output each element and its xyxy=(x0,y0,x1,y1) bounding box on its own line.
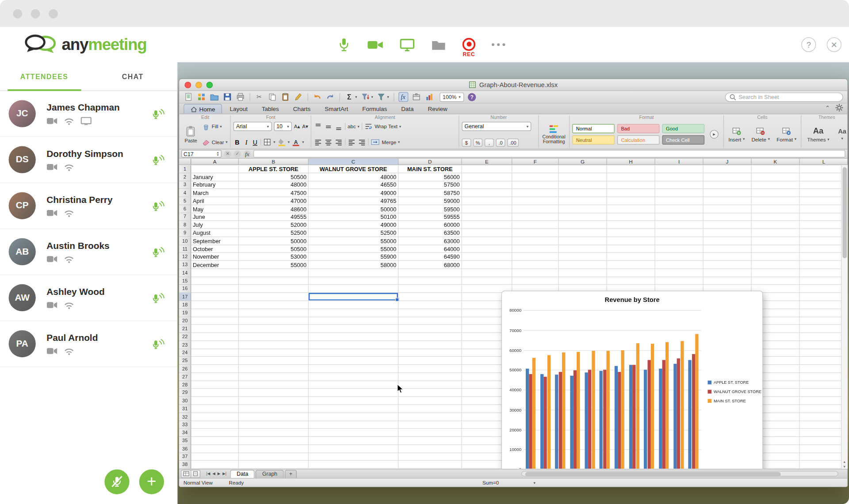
confirm-entry-button[interactable]: ✓ xyxy=(234,150,241,157)
cell-style-neutral[interactable]: Neutral xyxy=(572,135,615,145)
grid-cell[interactable] xyxy=(309,373,398,381)
grid-cell[interactable] xyxy=(191,333,239,341)
grid-cell[interactable] xyxy=(512,205,558,213)
grid-cell[interactable] xyxy=(752,189,800,197)
grid-cell[interactable]: 63000 xyxy=(398,237,462,245)
grid-cell[interactable]: WALNUT GROVE STORE xyxy=(309,165,398,173)
grid-cell[interactable] xyxy=(309,277,398,285)
grid-cell[interactable] xyxy=(309,421,398,429)
grid-cell[interactable] xyxy=(800,397,848,405)
grid-cell[interactable]: April xyxy=(191,197,239,205)
row-header[interactable]: 3 xyxy=(179,181,191,189)
grid-cell[interactable] xyxy=(800,229,848,237)
grid-cell[interactable] xyxy=(607,197,655,205)
number-format-button[interactable]: .0 xyxy=(496,138,505,146)
grid-cell[interactable] xyxy=(800,373,848,381)
grid-cell[interactable] xyxy=(398,421,462,429)
grid-cell[interactable] xyxy=(607,237,655,245)
row-header[interactable]: 31 xyxy=(179,405,191,413)
normal-view-icon[interactable] xyxy=(181,470,191,477)
grid-cell[interactable] xyxy=(398,445,462,453)
grid-cell[interactable] xyxy=(704,165,752,173)
grid-cell[interactable] xyxy=(559,237,607,245)
format-painter-button[interactable] xyxy=(294,92,303,102)
clear-button[interactable]: Clear▾ xyxy=(202,137,228,147)
page-layout-view-icon[interactable] xyxy=(191,470,200,477)
grid-cell[interactable] xyxy=(655,261,704,269)
grid-cell[interactable] xyxy=(239,453,309,461)
grid-cell[interactable] xyxy=(752,237,800,245)
grid-cell[interactable] xyxy=(800,237,848,245)
grid-cell[interactable]: September xyxy=(191,237,239,245)
font-color-button[interactable]: A xyxy=(292,138,300,146)
row-header[interactable]: 18 xyxy=(179,301,191,309)
grid-cell[interactable] xyxy=(398,349,462,357)
grid-cell[interactable] xyxy=(800,269,848,277)
gear-icon[interactable] xyxy=(834,103,844,113)
grid-cell[interactable] xyxy=(191,301,239,309)
grid-cell[interactable] xyxy=(655,253,704,261)
grid-cell[interactable] xyxy=(607,213,655,221)
grid-cell[interactable] xyxy=(191,309,239,317)
row-header[interactable]: 22 xyxy=(179,333,191,341)
grid-cell[interactable] xyxy=(462,261,512,269)
grid-cell[interactable] xyxy=(607,269,655,277)
sheet-tab-graph[interactable]: Graph xyxy=(256,470,283,478)
insert-cells-button[interactable]: Insert▾ xyxy=(727,121,746,148)
row-header[interactable]: 30 xyxy=(179,397,191,405)
grid-cell[interactable] xyxy=(704,213,752,221)
grid-cell[interactable] xyxy=(704,245,752,253)
grid-cell[interactable] xyxy=(512,197,558,205)
row-header[interactable]: 19 xyxy=(179,309,191,317)
row-header[interactable]: 32 xyxy=(179,413,191,421)
grid-cell[interactable] xyxy=(800,381,848,389)
grid-cell[interactable] xyxy=(752,253,800,261)
grid-cell[interactable] xyxy=(704,277,752,285)
attendee-mic-icon[interactable] xyxy=(152,338,165,350)
grid-cell[interactable] xyxy=(398,437,462,445)
grid-cell[interactable] xyxy=(191,445,239,453)
cell-style-check-cell[interactable]: Check Cell xyxy=(662,135,705,145)
grid-cell[interactable]: 48000 xyxy=(309,173,398,181)
grid-cell[interactable] xyxy=(800,301,848,309)
grid-cell[interactable] xyxy=(398,293,462,301)
grid-cell[interactable] xyxy=(655,229,704,237)
grid-cell[interactable]: January xyxy=(191,173,239,181)
cancel-entry-button[interactable]: ✕ xyxy=(224,150,231,157)
grid-cell[interactable] xyxy=(559,173,607,181)
grid-cell[interactable] xyxy=(309,429,398,437)
grid-cell[interactable]: 59500 xyxy=(398,205,462,213)
delete-cells-button[interactable]: Delete▾ xyxy=(750,121,772,148)
grid-cell[interactable] xyxy=(800,437,848,445)
grid-cell[interactable]: 63500 xyxy=(398,229,462,237)
grid-cell[interactable] xyxy=(559,277,607,285)
column-header[interactable]: I xyxy=(655,159,704,164)
row-header[interactable]: 15 xyxy=(179,277,191,285)
grid-cell[interactable] xyxy=(398,269,462,277)
grid-cell[interactable] xyxy=(462,221,512,229)
grid-cell[interactable] xyxy=(398,277,462,285)
grow-font-button[interactable]: A▴ xyxy=(294,122,300,131)
cell-style-good[interactable]: Good xyxy=(662,124,705,133)
grid-cell[interactable]: March xyxy=(191,189,239,197)
grid-cell[interactable] xyxy=(462,173,512,181)
grid-cell[interactable]: 48600 xyxy=(239,205,309,213)
add-attendee-button[interactable]: + xyxy=(139,470,164,494)
add-sheet-button[interactable]: + xyxy=(285,470,297,478)
row-header[interactable]: 26 xyxy=(179,365,191,373)
paste-button[interactable]: Paste xyxy=(183,121,199,148)
grid-cell[interactable] xyxy=(191,397,239,405)
print-button[interactable] xyxy=(236,92,245,102)
grid-cell[interactable]: 58750 xyxy=(398,189,462,197)
grid-cell[interactable] xyxy=(559,205,607,213)
merge-button[interactable]: Merge▾ xyxy=(382,137,400,147)
grid-cell[interactable] xyxy=(191,453,239,461)
grid-cell[interactable] xyxy=(752,173,800,181)
grid-cell[interactable] xyxy=(800,333,848,341)
grid-cell[interactable] xyxy=(655,221,704,229)
grid-cell[interactable] xyxy=(655,165,704,173)
grid-cell[interactable] xyxy=(559,253,607,261)
grid-cell[interactable] xyxy=(309,445,398,453)
grid-cell[interactable]: 47000 xyxy=(239,197,309,205)
grid-cell[interactable] xyxy=(800,213,848,221)
